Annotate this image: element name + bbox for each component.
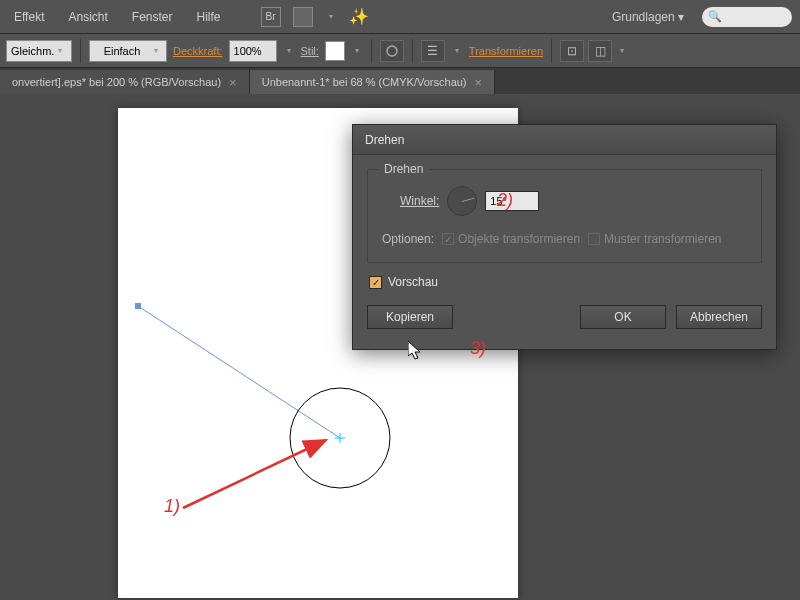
chevron-down-icon[interactable]: ▾ [351,45,363,57]
wand-icon[interactable]: ✨ [349,7,369,27]
check-icon [588,233,600,245]
svg-line-7 [183,440,326,508]
stroke-cap-select[interactable]: Gleichm.▾ [6,40,72,62]
align-button[interactable]: ☰ [421,40,445,62]
preview-checkbox[interactable]: ✓ [369,276,382,289]
chevron-down-icon[interactable]: ▾ [451,45,463,57]
annotation-1: 1) [164,496,180,517]
isolate-button[interactable]: ⊡ [560,40,584,62]
svg-line-1 [138,306,340,438]
tab-label: onvertiert].eps* bei 200 % (RGB/Vorschau… [12,76,221,88]
chevron-down-icon[interactable]: ▾ [616,45,628,57]
transform-patterns-checkbox: Muster transformieren [588,232,721,246]
angle-dial[interactable] [447,186,477,216]
style-swatch[interactable] [325,41,345,61]
brush-select[interactable]: Einfach▾ [89,40,167,62]
tab-label: Unbenannt-1* bei 68 % (CMYK/Vorschau) [262,76,467,88]
recolor-button[interactable] [380,40,404,62]
bridge-icon[interactable]: Br [261,7,281,27]
menu-item-fenster[interactable]: Fenster [126,6,179,28]
workspace-selector[interactable]: Grundlagen ▾ [604,6,692,28]
ok-button[interactable]: OK [580,305,666,329]
options-bar: Gleichm.▾ Einfach▾ Deckkraft: 100% ▾ Sti… [0,34,800,68]
close-icon[interactable]: × [229,75,237,90]
transform-objects-checkbox: ✓Objekte transformieren [442,232,580,246]
opacity-label[interactable]: Deckkraft: [173,45,223,57]
svg-rect-2 [135,303,141,309]
close-icon[interactable]: × [475,75,483,90]
chevron-down-icon[interactable]: ▾ [283,45,295,57]
layout-icon[interactable] [293,7,313,27]
angle-label: Winkel: [400,194,439,208]
group-title: Drehen [378,162,429,176]
edit-clip-button[interactable]: ◫ [588,40,612,62]
menu-item-effekt[interactable]: Effekt [8,6,50,28]
chevron-down-icon: ▾ [678,10,684,24]
rotate-dialog: Drehen Drehen Winkel: Optionen: ✓Objekte… [352,124,777,350]
menu-item-hilfe[interactable]: Hilfe [191,6,227,28]
style-label: Stil: [301,45,319,57]
opacity-input[interactable]: 100% [229,40,277,62]
chevron-down-icon[interactable]: ▾ [325,11,337,23]
cancel-button[interactable]: Abbrechen [676,305,762,329]
search-input[interactable]: 🔍 [702,7,792,27]
svg-point-0 [387,46,397,56]
annotation-2: 2) [497,190,513,211]
tab-document-2[interactable]: Unbenannt-1* bei 68 % (CMYK/Vorschau) × [250,70,495,94]
options-label: Optionen: [382,232,434,246]
rotate-group: Drehen Winkel: Optionen: ✓Objekte transf… [367,169,762,263]
dialog-title: Drehen [353,125,776,155]
copy-button[interactable]: Kopieren [367,305,453,329]
document-tabs: onvertiert].eps* bei 200 % (RGB/Vorschau… [0,68,800,94]
menu-item-ansicht[interactable]: Ansicht [62,6,113,28]
search-icon: 🔍 [708,10,722,23]
transform-label[interactable]: Transformieren [469,45,543,57]
menu-bar: Effekt Ansicht Fenster Hilfe Br ▾ ✨ Grun… [0,0,800,34]
tab-document-1[interactable]: onvertiert].eps* bei 200 % (RGB/Vorschau… [0,70,250,94]
preview-label: Vorschau [388,275,438,289]
annotation-3: 3) [470,338,486,359]
check-icon: ✓ [442,233,454,245]
